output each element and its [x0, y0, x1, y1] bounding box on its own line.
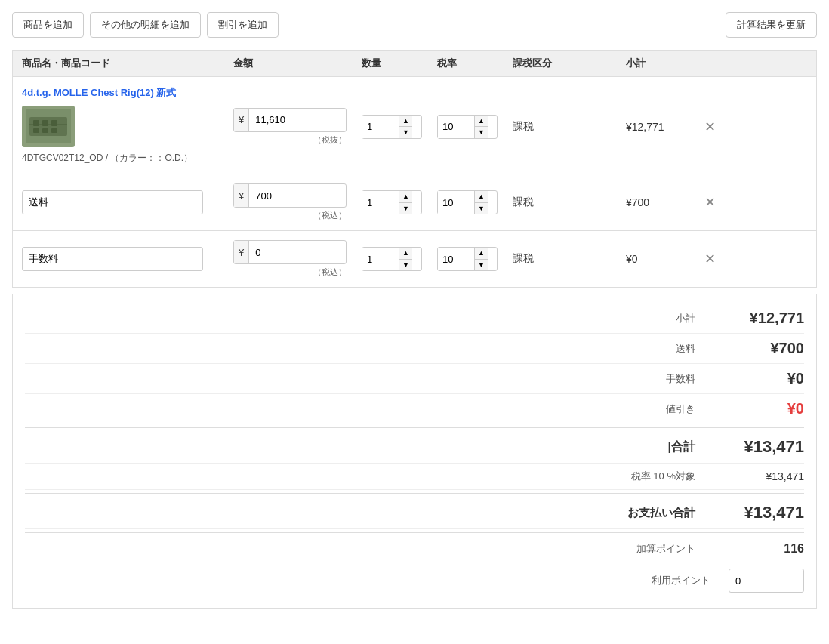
shipping-row: ¥ （税込） ▲ ▼ ▲ ▼ [13, 174, 816, 231]
summary-tax10-label: 税率 10 %対象 [590, 470, 695, 483]
shipping-tax-label: （税込） [233, 210, 347, 221]
fee-name-input[interactable] [22, 247, 203, 271]
summary-discount-label: 値引き [590, 402, 695, 416]
summary-points-earn-label: 加算ポイント [590, 542, 695, 556]
recalculate-button[interactable]: 計算結果を更新 [726, 12, 817, 38]
product-qty-spinners: ▲ ▼ [399, 116, 412, 138]
product-tax-rate-spinners: ▲ ▼ [474, 116, 488, 138]
product-price-input[interactable] [249, 109, 325, 131]
summary-subtotal-row: 小計 ¥12,771 [25, 304, 804, 334]
header-tax-zone: 課税区分 [513, 57, 626, 70]
header-product-name: 商品名・商品コード [22, 57, 233, 70]
add-product-button[interactable]: 商品を追加 [12, 12, 84, 38]
summary-total-label: |合計 [590, 439, 695, 455]
add-discount-button[interactable]: 割引を追加 [207, 12, 279, 38]
summary-discount-value: ¥0 [713, 400, 804, 418]
main-container: 商品を追加 その他の明細を追加 割引を追加 計算結果を更新 商品名・商品コード … [0, 0, 829, 621]
fee-tax-rate-up[interactable]: ▲ [475, 248, 488, 260]
svg-rect-3 [42, 120, 48, 126]
summary-tax10-row: 税率 10 %対象 ¥13,471 [25, 464, 804, 490]
shipping-price-symbol: ¥ [234, 184, 249, 207]
svg-rect-7 [51, 128, 57, 133]
summary-subtotal-value: ¥12,771 [713, 310, 804, 327]
product-qty-input[interactable] [362, 116, 399, 138]
product-amount-col: ¥ （税抜） [233, 108, 362, 146]
product-qty-down[interactable]: ▼ [399, 127, 412, 138]
summary-shipping-value: ¥700 [713, 340, 804, 357]
summary-fee-label: 手数料 [590, 372, 695, 386]
shipping-price-input[interactable] [249, 184, 325, 207]
svg-rect-5 [33, 128, 39, 133]
header-amount: 金額 [233, 57, 362, 70]
fee-tax-rate-down[interactable]: ▼ [475, 260, 488, 271]
toolbar-left: 商品を追加 その他の明細を追加 割引を追加 [12, 12, 279, 38]
fee-name-col [22, 247, 233, 271]
summary-payment-label: お支払い合計 [590, 506, 695, 520]
shipping-tax-rate-up[interactable]: ▲ [475, 191, 488, 203]
product-delete-button[interactable]: ✕ [701, 116, 719, 138]
fee-qty-wrap: ▲ ▼ [362, 247, 422, 271]
product-tax-rate-wrap: ▲ ▼ [437, 115, 498, 139]
shipping-qty-spinners: ▲ ▼ [399, 191, 412, 214]
summary-fee-value: ¥0 [713, 370, 804, 387]
summary-section: 小計 ¥12,771 送料 ¥700 手数料 ¥0 値引き ¥0 |合計 ¥13… [12, 294, 817, 609]
fee-qty-up[interactable]: ▲ [399, 248, 412, 260]
shipping-qty-down[interactable]: ▼ [399, 203, 412, 214]
shipping-delete-button[interactable]: ✕ [701, 191, 719, 214]
product-price-input-wrap: ¥ [233, 108, 347, 132]
shipping-tax-rate-spinners: ▲ ▼ [474, 191, 488, 214]
product-tax-zone: 課税 [513, 120, 626, 134]
summary-total-value: ¥13,471 [713, 437, 804, 457]
product-qty-wrap: ▲ ▼ [362, 115, 422, 139]
shipping-name-col [22, 190, 233, 214]
summary-points-earn-row: 加算ポイント 116 [25, 532, 804, 562]
shipping-qty-up[interactable]: ▲ [399, 191, 412, 203]
fee-price-symbol: ¥ [234, 241, 249, 263]
shipping-delete-col: ✕ [701, 191, 732, 214]
shipping-tax-rate-col: ▲ ▼ [437, 190, 513, 214]
product-tax-rate-col: ▲ ▼ [437, 115, 513, 139]
fee-tax-zone: 課税 [513, 252, 626, 266]
shipping-name-input[interactable] [22, 190, 203, 214]
svg-rect-2 [33, 120, 39, 126]
product-row-grid: ¥ （税抜） ▲ ▼ [22, 106, 807, 147]
product-qty-col: ▲ ▼ [362, 115, 437, 139]
points-use-input[interactable] [729, 569, 804, 593]
product-tax-rate-input[interactable] [438, 116, 474, 138]
fee-qty-input[interactable] [362, 248, 399, 270]
fee-amount-col: ¥ （税込） [233, 240, 362, 278]
shipping-qty-input[interactable] [362, 191, 399, 214]
fee-tax-rate-wrap: ▲ ▼ [437, 247, 498, 271]
product-delete-col: ✕ [701, 116, 732, 138]
fee-row: ¥ （税込） ▲ ▼ ▲ ▼ [13, 231, 816, 288]
product-name-link[interactable]: 4d.t.g. MOLLE Chest Rig(12) 新式 [22, 86, 807, 100]
fee-delete-button[interactable]: ✕ [701, 248, 719, 270]
product-tax-label: （税抜） [233, 134, 347, 146]
summary-payment-row: お支払い合計 ¥13,471 [25, 493, 804, 529]
shipping-tax-rate-down[interactable]: ▼ [475, 203, 488, 214]
summary-points-earn-value: 116 [713, 542, 804, 556]
fee-qty-spinners: ▲ ▼ [399, 248, 412, 270]
fee-qty-col: ▲ ▼ [362, 247, 437, 271]
fee-qty-down[interactable]: ▼ [399, 260, 412, 271]
table-header: 商品名・商品コード 金額 数量 税率 課税区分 小計 [12, 50, 817, 76]
product-tax-rate-up[interactable]: ▲ [475, 116, 488, 128]
product-price-symbol: ¥ [234, 109, 249, 131]
fee-price-input[interactable] [249, 241, 325, 263]
fee-tax-rate-spinners: ▲ ▼ [474, 248, 488, 270]
shipping-tax-rate-input[interactable] [438, 191, 474, 214]
add-line-button[interactable]: その他の明細を追加 [90, 12, 201, 38]
summary-subtotal-label: 小計 [590, 312, 695, 325]
product-subtotal: ¥12,771 [626, 121, 701, 133]
product-image [22, 106, 233, 147]
shipping-qty-col: ▲ ▼ [362, 190, 437, 214]
fee-tax-rate-input[interactable] [438, 248, 474, 270]
table-body: 4d.t.g. MOLLE Chest Rig(12) 新式 [12, 76, 817, 288]
product-tax-rate-down[interactable]: ▼ [475, 127, 488, 138]
shipping-tax-zone: 課税 [513, 196, 626, 209]
product-qty-up[interactable]: ▲ [399, 116, 412, 128]
summary-tax10-value: ¥13,471 [713, 470, 804, 482]
header-subtotal: 小計 [626, 57, 701, 70]
summary-points-use-row: 利用ポイント [25, 562, 804, 599]
svg-rect-4 [51, 120, 57, 126]
